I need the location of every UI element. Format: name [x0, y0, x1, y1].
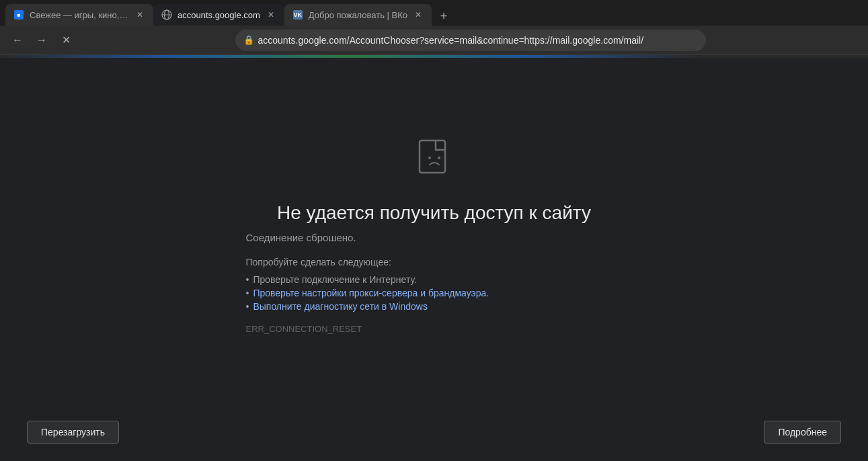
list-item-3: Выполните диагностику сети в Windows — [246, 300, 623, 313]
try-label: Попробуйте сделать следующее: — [246, 257, 623, 267]
details-button[interactable]: Подробнее — [764, 421, 841, 444]
svg-point-4 — [428, 157, 431, 159]
tab-2[interactable]: accounts.google.com ✕ — [153, 4, 284, 26]
page-content: Не удается получить доступ к сайту Соеди… — [0, 58, 868, 460]
tab-3-close[interactable]: ✕ — [413, 9, 424, 20]
back-button[interactable]: ← — [8, 31, 27, 50]
address-bar: ← → ✕ 🔒 accounts.google.com/AccountChoos… — [0, 26, 868, 55]
list-item-1-text: Проверьте подключение к Интернету. — [253, 274, 417, 285]
tab-bar: ■ Свежее — игры, кино, се ✕ accounts.goo… — [0, 0, 868, 26]
list-item-3-link[interactable]: Выполните диагностику сети в Windows — [253, 301, 427, 312]
list-item-1: Проверьте подключение к Интернету. — [246, 273, 623, 286]
list-item-2-link[interactable]: Проверьте настройки прокси-сервера и бра… — [253, 288, 489, 298]
back-icon: ← — [12, 34, 23, 46]
tab-1[interactable]: ■ Свежее — игры, кино, се ✕ — [5, 4, 153, 26]
button-row: Перезагрузить Подробнее — [0, 421, 868, 444]
tab-3[interactable]: VK Добро пожаловать | ВКо ✕ — [284, 4, 432, 26]
tab-2-favicon — [161, 9, 172, 20]
forward-icon: → — [36, 34, 47, 46]
tab-1-favicon: ■ — [13, 9, 24, 20]
tab-2-label: accounts.google.com — [177, 10, 260, 20]
svg-point-5 — [438, 157, 440, 159]
list-item-2: Проверьте настройки прокси-сервера и бра… — [246, 286, 623, 300]
svg-rect-3 — [420, 140, 445, 173]
url-text: accounts.google.com/AccountChooser?servi… — [258, 35, 644, 46]
reload-button[interactable]: ✕ — [56, 31, 75, 50]
reload-page-button[interactable]: Перезагрузить — [27, 421, 119, 444]
error-code: ERR_CONNECTION_RESET — [246, 324, 623, 334]
bullet-list: Проверьте подключение к Интернету. Прове… — [246, 273, 623, 313]
tab-3-favicon: VK — [292, 9, 303, 20]
tab-3-label: Добро пожаловать | ВКо — [309, 10, 407, 20]
close-icon: ✕ — [62, 34, 71, 46]
new-tab-button[interactable]: + — [434, 7, 453, 26]
globe-icon — [161, 9, 172, 20]
error-body: Не удается получить доступ к сайту Соеди… — [246, 202, 623, 355]
browser-chrome: ■ Свежее — игры, кино, се ✕ accounts.goo… — [0, 0, 868, 58]
error-page-icon — [410, 135, 459, 183]
url-bar[interactable]: 🔒 accounts.google.com/AccountChooser?ser… — [235, 30, 706, 51]
tab-1-label: Свежее — игры, кино, се — [30, 10, 129, 20]
tab-2-close[interactable]: ✕ — [266, 9, 276, 20]
lock-icon: 🔒 — [243, 35, 254, 45]
error-title: Не удается получить доступ к сайту — [246, 202, 623, 224]
tab-1-close[interactable]: ✕ — [134, 9, 145, 20]
forward-button[interactable]: → — [32, 31, 51, 50]
error-icon-wrapper — [410, 135, 459, 186]
error-subtitle: Соединение сброшено. — [246, 232, 623, 243]
